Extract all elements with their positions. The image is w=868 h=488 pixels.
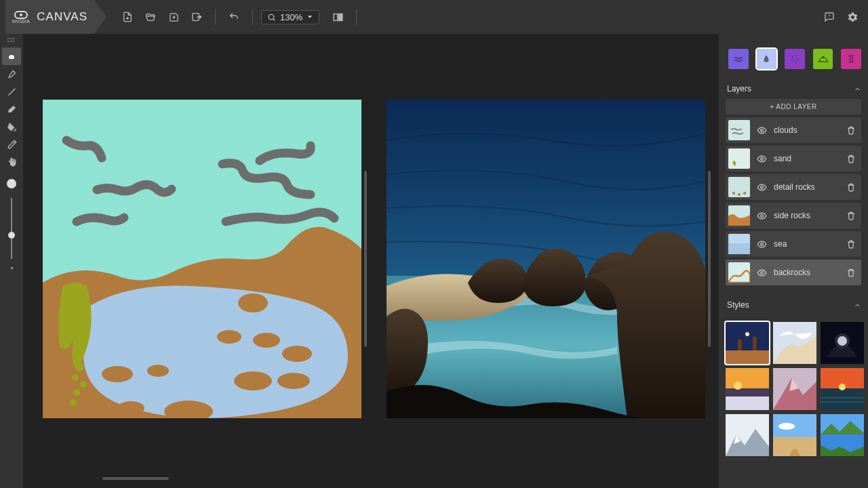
- style-monument[interactable]: [726, 322, 769, 364]
- svg-point-12: [277, 373, 310, 389]
- svg-point-1: [269, 14, 274, 20]
- save-button[interactable]: [163, 7, 184, 27]
- svg-point-38: [761, 271, 764, 274]
- line-tool[interactable]: [2, 83, 21, 100]
- svg-point-34: [761, 186, 764, 188]
- layer-thumb: [728, 234, 750, 254]
- style-lakemtn[interactable]: [821, 414, 864, 456]
- svg-point-24: [797, 58, 798, 60]
- compare-view-button[interactable]: [328, 7, 348, 27]
- settings-button[interactable]: [842, 7, 863, 27]
- svg-point-17: [80, 381, 87, 388]
- style-cloudset[interactable]: [726, 368, 769, 410]
- delete-layer-button[interactable]: [846, 239, 856, 249]
- layer-thumb: [728, 177, 750, 197]
- svg-point-26: [795, 61, 796, 62]
- layer-name: side rocks: [774, 211, 840, 220]
- visibility-toggle[interactable]: [757, 268, 767, 278]
- style-cloudpeak[interactable]: [773, 322, 816, 364]
- svg-rect-52: [821, 388, 864, 410]
- nvidia-logo-icon: NVIDIA: [12, 11, 30, 24]
- layer-name: sea: [774, 239, 840, 249]
- brush-size-preview-icon: [7, 179, 16, 188]
- svg-point-23: [796, 56, 797, 56]
- top-bar: NVIDIA CANVAS 130%: [0, 0, 868, 34]
- layers-header[interactable]: Layers: [726, 81, 861, 99]
- svg-point-25: [793, 60, 793, 61]
- layer-name: sand: [774, 154, 840, 163]
- layer-row[interactable]: clouds: [726, 117, 861, 143]
- style-pinkpeak[interactable]: [773, 368, 816, 410]
- new-file-button[interactable]: [117, 7, 138, 27]
- fill-tool[interactable]: [2, 118, 21, 136]
- feedback-button[interactable]: [819, 7, 840, 27]
- material-water[interactable]: [728, 49, 749, 69]
- svg-point-9: [147, 365, 169, 377]
- delete-layer-button[interactable]: [846, 125, 856, 135]
- material-stars[interactable]: [785, 49, 805, 69]
- layer-row[interactable]: sand: [726, 146, 861, 171]
- horizontal-scrollbar[interactable]: [102, 477, 168, 480]
- grip-icon: [7, 38, 16, 43]
- svg-point-53: [839, 384, 846, 390]
- app-title: CANVAS: [37, 10, 87, 24]
- svg-point-18: [73, 389, 80, 396]
- material-land[interactable]: [813, 49, 833, 69]
- svg-point-35: [761, 214, 764, 217]
- material-sky[interactable]: [757, 49, 777, 69]
- svg-rect-2: [334, 14, 338, 20]
- delete-layer-button[interactable]: [846, 154, 856, 163]
- vertical-scrollbar[interactable]: [364, 171, 367, 348]
- vertical-scrollbar[interactable]: [708, 171, 711, 348]
- brush-tool[interactable]: [2, 65, 21, 83]
- render-canvas: [387, 100, 705, 418]
- segmentation-pane[interactable]: [37, 38, 367, 480]
- tool-column: [0, 34, 23, 488]
- layer-thumb: [728, 205, 750, 226]
- svg-rect-40: [726, 350, 769, 364]
- chevron-down-icon: [307, 14, 313, 20]
- style-nightarch[interactable]: [821, 322, 864, 364]
- visibility-toggle[interactable]: [757, 239, 767, 249]
- svg-point-29: [761, 129, 764, 131]
- svg-point-32: [738, 193, 741, 196]
- svg-rect-3: [338, 14, 342, 20]
- eraser-tool[interactable]: [2, 100, 21, 118]
- style-seasunset[interactable]: [821, 368, 864, 410]
- delete-layer-button[interactable]: [846, 268, 856, 277]
- render-pane[interactable]: [380, 38, 711, 480]
- delete-layer-button[interactable]: [846, 182, 856, 192]
- layer-thumb: [728, 120, 750, 140]
- layer-row[interactable]: side rocks: [726, 203, 861, 228]
- visibility-toggle[interactable]: [757, 182, 767, 192]
- right-panel: Layers + ADD LAYER cloudssanddetail rock…: [719, 34, 868, 488]
- canvas-area: [23, 34, 719, 488]
- undo-button[interactable]: [224, 7, 244, 27]
- brush-size-handle[interactable]: [8, 232, 15, 239]
- eyedropper-tool[interactable]: [2, 136, 21, 153]
- pan-tool[interactable]: [2, 153, 21, 171]
- layer-row[interactable]: backrocks: [726, 260, 861, 285]
- layer-row[interactable]: detail rocks: [726, 174, 861, 200]
- open-button[interactable]: [140, 7, 161, 27]
- search-icon: [267, 13, 276, 22]
- visibility-toggle[interactable]: [757, 211, 767, 221]
- style-snowpeaks[interactable]: [726, 414, 769, 456]
- svg-point-7: [253, 333, 280, 348]
- svg-point-45: [837, 336, 847, 346]
- material-struct[interactable]: [841, 49, 861, 69]
- add-layer-button[interactable]: + ADD LAYER: [726, 99, 861, 115]
- svg-point-30: [761, 157, 764, 160]
- styles-header[interactable]: Styles: [726, 298, 861, 315]
- material-tool[interactable]: [2, 47, 21, 65]
- delete-layer-button[interactable]: [846, 211, 856, 220]
- visibility-toggle[interactable]: [757, 125, 767, 136]
- visibility-toggle[interactable]: [757, 154, 767, 164]
- zoom-control[interactable]: 130%: [261, 10, 319, 24]
- svg-rect-48: [726, 396, 769, 410]
- segmentation-canvas[interactable]: [43, 100, 361, 418]
- export-button[interactable]: [186, 7, 207, 27]
- brush-size-slider[interactable]: [11, 198, 12, 259]
- style-desertpath[interactable]: [773, 414, 816, 456]
- layer-row[interactable]: sea: [726, 231, 861, 257]
